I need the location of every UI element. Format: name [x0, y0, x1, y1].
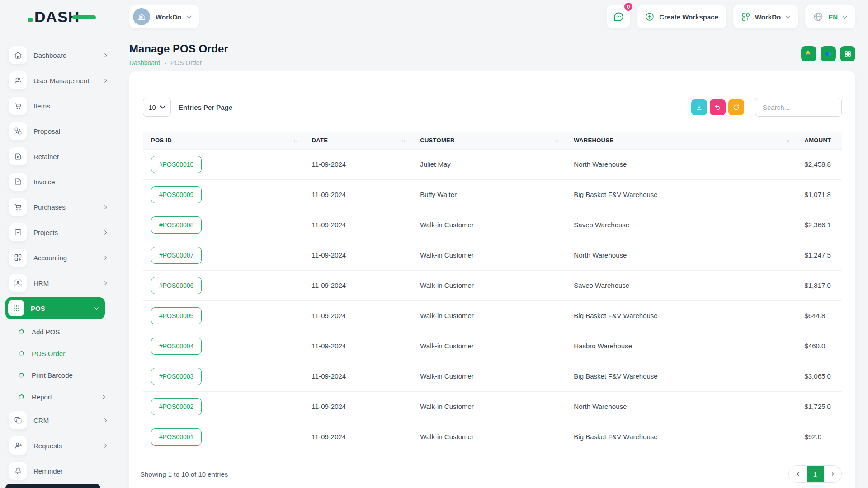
warehouse-cell: North Warehouse — [566, 149, 796, 179]
sidebar-item-hrm[interactable]: HRM — [0, 270, 118, 296]
sidebar-item-label: Proposal — [33, 127, 108, 135]
sort-icon: ↑↓ — [555, 138, 563, 143]
google-drive-button[interactable] — [801, 46, 816, 61]
chevron-down-icon — [94, 305, 99, 311]
pos-id-badge[interactable]: #POS00005 — [151, 307, 202, 324]
sidebar-item-projects[interactable]: Projects — [0, 220, 118, 245]
table-row: #POS00004 11-09-2024 Walk-in Customer Ha… — [143, 331, 842, 361]
language-selector[interactable]: EN — [805, 5, 855, 28]
sidebar-item-requests[interactable]: Requests — [0, 433, 118, 458]
workdo-apps-menu[interactable]: WorkDo — [733, 5, 798, 28]
sidebar-item-crm[interactable]: CRM — [0, 408, 118, 433]
customer-cell: Walk-in Customer — [412, 422, 566, 452]
copy-squares-icon — [9, 411, 27, 429]
sidebar-item-purchases[interactable]: Purchases — [0, 194, 118, 220]
chevron-right-icon — [830, 471, 836, 477]
workspace-selector[interactable]: WorkDo — [129, 5, 199, 28]
chevron-left-icon — [795, 471, 801, 477]
chevron-right-icon — [103, 255, 108, 261]
customer-cell: Buffy Walter — [412, 179, 566, 210]
donut-icon — [18, 350, 24, 357]
brand-logo[interactable]: DASH — [28, 8, 96, 26]
amount-cell: $460.0 — [796, 331, 842, 361]
sidebar-subitem-print-barcode[interactable]: Print Barcode — [0, 364, 118, 386]
sidebar-item-dashboard[interactable]: Dashboard — [0, 42, 118, 68]
grid-apps-button[interactable] — [840, 46, 855, 61]
sidebar-item-user-management[interactable]: User Management — [0, 68, 118, 93]
sidebar-item-accounting[interactable]: Accounting — [0, 245, 118, 270]
pos-id-badge[interactable]: #POS00004 — [151, 338, 202, 355]
sidebar-item-items[interactable]: Items — [0, 93, 118, 118]
chevron-right-icon — [103, 443, 108, 449]
pos-id-badge[interactable]: #POS00010 — [151, 156, 202, 173]
column-header-date[interactable]: DATE↑↓ — [304, 132, 412, 149]
sidebar-item-proposal[interactable]: Proposal — [0, 118, 118, 144]
amount-cell: $92.0 — [796, 422, 842, 452]
sidebar-item-pos[interactable]: POS — [5, 297, 105, 319]
customer-cell: Walk-in Customer — [412, 210, 566, 240]
date-cell: 11-09-2024 — [304, 149, 412, 179]
grid-icon — [844, 50, 852, 58]
table-row: #POS00010 11-09-2024 Juliet May North Wa… — [143, 149, 842, 179]
undo-button[interactable] — [710, 99, 726, 115]
sidebar-subitem-report[interactable]: Report — [0, 386, 118, 408]
download-icon — [695, 103, 703, 111]
export-download-button[interactable] — [691, 99, 707, 115]
pos-id-badge[interactable]: #POS00006 — [151, 277, 202, 294]
pagination-page-1[interactable]: 1 — [807, 466, 824, 482]
sidebar-subitem-label: Print Barcode — [32, 371, 73, 379]
create-workspace-button[interactable]: Create Workspace — [637, 5, 726, 28]
column-header-warehouse[interactable]: WAREHOUSE↑↓ — [566, 132, 796, 149]
column-header-customer[interactable]: CUSTOMER↑↓ — [412, 132, 566, 149]
chevron-down-icon — [785, 13, 790, 18]
breadcrumb-dashboard-link[interactable]: Dashboard — [129, 59, 160, 66]
onedrive-button[interactable] — [821, 46, 836, 61]
pagination-next-button[interactable] — [824, 466, 841, 482]
refresh-button[interactable] — [728, 99, 744, 115]
date-cell: 11-09-2024 — [304, 270, 412, 300]
sidebar-item-label: Invoice — [33, 178, 108, 186]
pos-id-badge[interactable]: #POS00007 — [151, 247, 202, 264]
sidebar-item-retainer[interactable]: Retainer — [0, 144, 118, 169]
chevron-right-icon — [101, 394, 107, 400]
sidebar-item-reminder[interactable]: Reminder — [0, 458, 118, 483]
pagination-prev-button[interactable] — [789, 466, 807, 482]
sidebar-item-label: POS — [31, 305, 87, 312]
logo-dot — [28, 18, 33, 22]
pos-id-badge[interactable]: #POS00008 — [151, 216, 202, 234]
sidebar-item-label: Retainer — [33, 153, 108, 160]
sidebar-item-label: HRM — [33, 279, 96, 287]
scan-user-icon — [9, 274, 27, 292]
cart-icon — [9, 97, 27, 115]
messages-button[interactable]: 0 — [607, 5, 630, 28]
amount-cell: $2,458.8 — [796, 149, 842, 179]
chevron-right-icon — [103, 52, 108, 58]
breadcrumb: Dashboard › POS Order — [129, 59, 228, 66]
entries-per-page-label: Entries Per Page — [179, 103, 232, 111]
chevron-down-icon — [160, 105, 165, 109]
table-row: #POS00006 11-09-2024 Walk-in Customer Sa… — [143, 270, 842, 300]
workspace-name: WorkDo — [156, 13, 181, 21]
table-row: #POS00005 11-09-2024 Walk-in Customer Bi… — [143, 300, 842, 331]
sidebar-subitem-pos-order[interactable]: POS Order — [0, 343, 118, 364]
pos-id-badge[interactable]: #POS00009 — [151, 186, 202, 203]
sidebar-item-invoice[interactable]: Invoice — [0, 169, 118, 194]
column-header-amount[interactable]: AMOUNT — [796, 132, 842, 149]
sidebar-subitem-add-pos[interactable]: Add POS — [0, 321, 118, 343]
entries-per-page-value: 10 — [148, 103, 156, 111]
date-cell: 11-09-2024 — [304, 240, 412, 270]
entries-per-page-select[interactable]: 10 — [143, 98, 171, 117]
chevron-down-icon — [187, 13, 192, 18]
sidebar-subitem-label: Add POS — [32, 328, 60, 336]
search-input[interactable] — [755, 98, 842, 117]
warehouse-cell: Big Basket F&V Warehouse — [566, 300, 796, 331]
pos-id-badge[interactable]: #POS00002 — [151, 398, 202, 415]
customer-cell: Walk-in Customer — [412, 331, 566, 361]
pos-id-badge[interactable]: #POS00001 — [151, 428, 202, 446]
warehouse-cell: Big Basket F&V Warehouse — [566, 422, 796, 452]
column-header-pos-id[interactable]: POS ID↑↓ — [143, 132, 304, 149]
users-icon — [9, 71, 27, 89]
breadcrumb-current: POS Order — [170, 59, 202, 66]
chevron-down-icon — [842, 13, 847, 18]
pos-id-badge[interactable]: #POS00003 — [151, 368, 202, 385]
